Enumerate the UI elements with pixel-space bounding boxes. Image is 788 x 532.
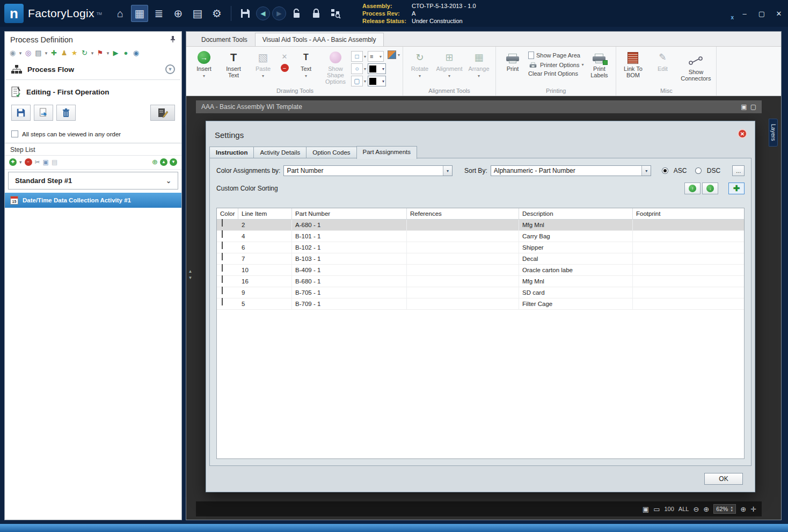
tab-part-assignments[interactable]: Part Assignments <box>356 146 417 159</box>
dropdown-arrow-icon[interactable]: ▾ <box>398 53 400 57</box>
record-icon[interactable]: ● <box>121 49 130 57</box>
add-step-icon[interactable]: ✚ <box>9 158 17 166</box>
dropdown-arrow-icon[interactable]: ▾ <box>18 50 23 56</box>
step-item[interactable]: Standard Step #1 ⌄ <box>8 172 178 190</box>
col-description[interactable]: Description <box>519 208 633 219</box>
table-row[interactable]: 5 B-709 - 1 Filter Cage <box>217 298 744 310</box>
canvas-scrollbar[interactable]: ▲ ▼ <box>187 269 193 287</box>
import-button[interactable] <box>34 105 53 121</box>
move-down-icon[interactable]: ▼ <box>170 158 177 166</box>
insert-button[interactable]: → Insert ▾ <box>190 48 218 87</box>
delete-button[interactable] <box>56 105 76 121</box>
sort-by-select[interactable]: Alphanumeric - Part Number ▾ <box>491 165 652 176</box>
show-connectors-button[interactable]: Show Connectors <box>678 48 713 87</box>
dropdown-arrow-icon[interactable]: ▾ <box>364 79 366 84</box>
navigate-icon[interactable]: ⊕ <box>170 5 187 22</box>
dropdown-arrow-icon[interactable]: ▾ <box>364 67 366 71</box>
minimize-button[interactable]: – <box>740 10 749 18</box>
color-assignments-select[interactable]: Part Number ▾ <box>283 165 453 176</box>
maximize-button[interactable]: ▢ <box>757 10 767 18</box>
table-row[interactable]: 16 B-680 - 1 Mfg Mnl <box>217 276 744 287</box>
scroll-up-icon[interactable]: ▲ <box>188 269 193 274</box>
move-up-icon[interactable]: ▲ <box>160 158 167 166</box>
save-icon[interactable] <box>237 5 254 22</box>
clear-print-options-button[interactable]: Clear Print Options <box>528 70 583 77</box>
fill-color-select[interactable]: ▾ <box>368 76 386 86</box>
line-width-select[interactable]: ≡ ▾ <box>368 51 384 62</box>
zoom-100-button[interactable]: 100 <box>664 506 674 512</box>
sync-icon[interactable]: ↻ <box>80 49 89 57</box>
dsc-radio[interactable] <box>695 167 701 174</box>
zoom-step-icon[interactable]: ⊕ <box>152 158 158 166</box>
dropdown-arrow-icon[interactable]: ▾ <box>90 50 94 56</box>
table-row[interactable]: 10 B-409 - 1 Oracle carton labe <box>217 265 744 276</box>
fit-page-icon[interactable]: ▣ <box>643 505 649 513</box>
table-row[interactable]: 7 B-103 - 1 Decal <box>217 253 744 265</box>
tab-instruction[interactable]: Instruction <box>209 147 254 158</box>
back-icon[interactable]: ◀ <box>256 6 270 20</box>
documents-icon[interactable]: ▤ <box>189 5 206 22</box>
order-checkbox-row[interactable]: All steps can be viewed in any order <box>5 126 181 143</box>
tab-visual-aid-tools[interactable]: Visual Aid Tools - AAA - Basic Assembly <box>255 33 384 46</box>
ok-button[interactable]: OK <box>704 473 743 485</box>
zoom-in-icon[interactable]: ⊕ <box>703 505 709 513</box>
remove-step-icon[interactable]: − <box>25 158 32 166</box>
process-flow-row[interactable]: Process Flow ▼ <box>5 60 181 79</box>
attachment-icon[interactable]: ◎ <box>24 49 33 57</box>
print-labels-button[interactable]: Print Labels <box>585 48 613 87</box>
page-view-icon[interactable]: ▣ <box>741 103 747 111</box>
close-button[interactable]: ✕ <box>774 10 784 18</box>
table-row[interactable]: 4 B-101 - 1 Carry Bag <box>217 231 744 242</box>
process-definition-icon[interactable]: ▦ <box>131 5 148 22</box>
table-row[interactable]: 2 A-680 - 1 Mfg Mnl <box>217 220 744 231</box>
show-page-area-button[interactable]: Show Page Area <box>528 52 583 59</box>
printer-options-button[interactable]: Printer Options ▾ <box>528 61 583 68</box>
page-layout-icon[interactable]: ▢ <box>750 103 756 111</box>
zoom-all-button[interactable]: ALL <box>678 506 689 512</box>
table-row[interactable]: 6 B-102 - 1 Shipper <box>217 242 744 253</box>
scroll-down-icon[interactable]: ▼ <box>188 275 193 280</box>
unlock-icon[interactable] <box>288 5 305 22</box>
pin-icon[interactable] <box>170 35 176 45</box>
zoom-selection-icon[interactable]: ⊕ <box>740 505 746 513</box>
collapse-icon[interactable]: ▼ <box>165 64 175 74</box>
user-logout-icon[interactable]: x <box>718 6 732 20</box>
col-references[interactable]: References <box>407 208 519 219</box>
line-color-select[interactable]: ▾ <box>368 63 386 74</box>
zoom-level-spinner[interactable]: 62% ▲ ▼ <box>713 504 736 514</box>
pan-icon[interactable]: ✛ <box>750 505 756 513</box>
checkbox[interactable] <box>11 130 18 137</box>
dialog-close-button[interactable]: ✕ <box>738 129 747 139</box>
flag-icon[interactable]: ⚑ <box>96 49 105 57</box>
printer-icon[interactable]: ▤ <box>34 49 43 57</box>
tab-option-codes[interactable]: Option Codes <box>306 147 356 158</box>
zoom-out-icon[interactable]: ⊖ <box>693 505 699 513</box>
print-button[interactable]: Print <box>499 48 527 87</box>
table-row[interactable]: 9 B-705 - 1 SD card <box>217 287 744 298</box>
edit-step-button[interactable] <box>150 105 175 121</box>
copy-icon[interactable]: ▣ <box>43 158 49 166</box>
3d-cube-icon[interactable] <box>388 50 396 59</box>
more-options-button[interactable]: ... <box>732 165 745 176</box>
spin-down-icon[interactable]: ▼ <box>730 509 733 512</box>
activity-item-selected[interactable]: 15 Date/Time Data Collection Activity #1 <box>5 193 181 208</box>
fit-width-icon[interactable]: ▭ <box>653 505 660 513</box>
insert-text-button[interactable]: T Insert Text <box>220 48 247 87</box>
save-step-button[interactable] <box>11 105 31 121</box>
cut-icon[interactable]: ✂ <box>35 158 40 166</box>
stack-icon[interactable]: ≣ <box>150 5 167 22</box>
dropdown-arrow-icon[interactable]: ▾ <box>19 159 22 165</box>
move-row-up-button[interactable]: ↑ <box>684 183 701 194</box>
lock-icon[interactable] <box>308 5 325 22</box>
chevron-down-icon[interactable]: ⌄ <box>166 177 171 185</box>
info-icon[interactable]: ◉ <box>132 49 141 57</box>
user-icon[interactable]: ♟ <box>60 49 69 57</box>
link-to-bom-button[interactable]: Link To BOM <box>619 48 647 87</box>
ellipse-shape-button[interactable]: ○ <box>351 63 363 74</box>
move-row-down-button[interactable]: ↓ <box>702 183 718 194</box>
col-footprint[interactable]: Footprint <box>633 208 744 219</box>
col-line-item[interactable]: Line Item <box>238 208 292 219</box>
tab-activity-details[interactable]: Activity Details <box>253 147 307 158</box>
start-icon[interactable]: ▶ <box>111 49 120 57</box>
settings-gear-icon[interactable]: ⚙ <box>208 5 225 22</box>
